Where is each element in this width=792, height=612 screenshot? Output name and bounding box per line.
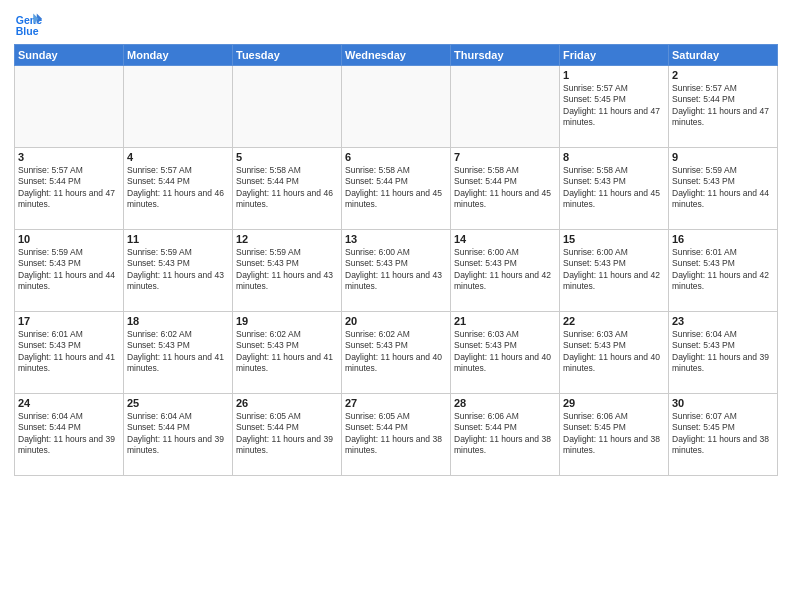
calendar-cell: 9Sunrise: 5:59 AM Sunset: 5:43 PM Daylig… bbox=[669, 148, 778, 230]
day-info: Sunrise: 5:59 AM Sunset: 5:43 PM Dayligh… bbox=[127, 247, 229, 293]
calendar-cell: 13Sunrise: 6:00 AM Sunset: 5:43 PM Dayli… bbox=[342, 230, 451, 312]
calendar-cell bbox=[451, 66, 560, 148]
calendar-week-1: 1Sunrise: 5:57 AM Sunset: 5:45 PM Daylig… bbox=[15, 66, 778, 148]
calendar-cell: 7Sunrise: 5:58 AM Sunset: 5:44 PM Daylig… bbox=[451, 148, 560, 230]
calendar-cell: 17Sunrise: 6:01 AM Sunset: 5:43 PM Dayli… bbox=[15, 312, 124, 394]
calendar-cell: 4Sunrise: 5:57 AM Sunset: 5:44 PM Daylig… bbox=[124, 148, 233, 230]
day-number: 25 bbox=[127, 397, 229, 409]
day-info: Sunrise: 6:05 AM Sunset: 5:44 PM Dayligh… bbox=[236, 411, 338, 457]
day-number: 2 bbox=[672, 69, 774, 81]
day-number: 23 bbox=[672, 315, 774, 327]
day-info: Sunrise: 6:01 AM Sunset: 5:43 PM Dayligh… bbox=[672, 247, 774, 293]
day-number: 4 bbox=[127, 151, 229, 163]
day-number: 1 bbox=[563, 69, 665, 81]
day-info: Sunrise: 6:04 AM Sunset: 5:44 PM Dayligh… bbox=[127, 411, 229, 457]
calendar-cell bbox=[342, 66, 451, 148]
calendar-cell: 20Sunrise: 6:02 AM Sunset: 5:43 PM Dayli… bbox=[342, 312, 451, 394]
calendar-cell: 1Sunrise: 5:57 AM Sunset: 5:45 PM Daylig… bbox=[560, 66, 669, 148]
day-info: Sunrise: 5:58 AM Sunset: 5:44 PM Dayligh… bbox=[345, 165, 447, 211]
calendar-cell: 12Sunrise: 5:59 AM Sunset: 5:43 PM Dayli… bbox=[233, 230, 342, 312]
weekday-header-row: SundayMondayTuesdayWednesdayThursdayFrid… bbox=[15, 45, 778, 66]
day-info: Sunrise: 5:58 AM Sunset: 5:44 PM Dayligh… bbox=[454, 165, 556, 211]
day-info: Sunrise: 6:00 AM Sunset: 5:43 PM Dayligh… bbox=[563, 247, 665, 293]
day-info: Sunrise: 5:57 AM Sunset: 5:45 PM Dayligh… bbox=[563, 83, 665, 129]
calendar-cell: 28Sunrise: 6:06 AM Sunset: 5:44 PM Dayli… bbox=[451, 394, 560, 476]
calendar-cell: 11Sunrise: 5:59 AM Sunset: 5:43 PM Dayli… bbox=[124, 230, 233, 312]
day-info: Sunrise: 5:57 AM Sunset: 5:44 PM Dayligh… bbox=[672, 83, 774, 129]
day-number: 26 bbox=[236, 397, 338, 409]
day-number: 20 bbox=[345, 315, 447, 327]
day-number: 10 bbox=[18, 233, 120, 245]
calendar-cell: 19Sunrise: 6:02 AM Sunset: 5:43 PM Dayli… bbox=[233, 312, 342, 394]
day-number: 11 bbox=[127, 233, 229, 245]
day-number: 13 bbox=[345, 233, 447, 245]
day-number: 27 bbox=[345, 397, 447, 409]
calendar-cell: 2Sunrise: 5:57 AM Sunset: 5:44 PM Daylig… bbox=[669, 66, 778, 148]
day-number: 29 bbox=[563, 397, 665, 409]
calendar-cell: 24Sunrise: 6:04 AM Sunset: 5:44 PM Dayli… bbox=[15, 394, 124, 476]
calendar-cell: 10Sunrise: 5:59 AM Sunset: 5:43 PM Dayli… bbox=[15, 230, 124, 312]
weekday-header-sunday: Sunday bbox=[15, 45, 124, 66]
calendar-week-3: 10Sunrise: 5:59 AM Sunset: 5:43 PM Dayli… bbox=[15, 230, 778, 312]
day-info: Sunrise: 6:03 AM Sunset: 5:43 PM Dayligh… bbox=[454, 329, 556, 375]
calendar-cell: 21Sunrise: 6:03 AM Sunset: 5:43 PM Dayli… bbox=[451, 312, 560, 394]
day-number: 15 bbox=[563, 233, 665, 245]
day-info: Sunrise: 6:02 AM Sunset: 5:43 PM Dayligh… bbox=[127, 329, 229, 375]
day-info: Sunrise: 6:02 AM Sunset: 5:43 PM Dayligh… bbox=[345, 329, 447, 375]
logo: General Blue bbox=[14, 10, 46, 38]
header: General Blue bbox=[14, 10, 778, 38]
calendar-cell: 26Sunrise: 6:05 AM Sunset: 5:44 PM Dayli… bbox=[233, 394, 342, 476]
day-number: 21 bbox=[454, 315, 556, 327]
day-number: 28 bbox=[454, 397, 556, 409]
day-number: 30 bbox=[672, 397, 774, 409]
day-info: Sunrise: 5:58 AM Sunset: 5:43 PM Dayligh… bbox=[563, 165, 665, 211]
calendar-week-4: 17Sunrise: 6:01 AM Sunset: 5:43 PM Dayli… bbox=[15, 312, 778, 394]
weekday-header-friday: Friday bbox=[560, 45, 669, 66]
day-info: Sunrise: 6:00 AM Sunset: 5:43 PM Dayligh… bbox=[454, 247, 556, 293]
day-number: 17 bbox=[18, 315, 120, 327]
day-info: Sunrise: 6:03 AM Sunset: 5:43 PM Dayligh… bbox=[563, 329, 665, 375]
weekday-header-monday: Monday bbox=[124, 45, 233, 66]
day-number: 19 bbox=[236, 315, 338, 327]
weekday-header-thursday: Thursday bbox=[451, 45, 560, 66]
day-info: Sunrise: 6:06 AM Sunset: 5:45 PM Dayligh… bbox=[563, 411, 665, 457]
calendar-cell: 16Sunrise: 6:01 AM Sunset: 5:43 PM Dayli… bbox=[669, 230, 778, 312]
day-info: Sunrise: 6:05 AM Sunset: 5:44 PM Dayligh… bbox=[345, 411, 447, 457]
calendar-cell bbox=[233, 66, 342, 148]
calendar-cell: 14Sunrise: 6:00 AM Sunset: 5:43 PM Dayli… bbox=[451, 230, 560, 312]
day-info: Sunrise: 6:00 AM Sunset: 5:43 PM Dayligh… bbox=[345, 247, 447, 293]
day-info: Sunrise: 6:06 AM Sunset: 5:44 PM Dayligh… bbox=[454, 411, 556, 457]
calendar-cell: 30Sunrise: 6:07 AM Sunset: 5:45 PM Dayli… bbox=[669, 394, 778, 476]
day-info: Sunrise: 5:59 AM Sunset: 5:43 PM Dayligh… bbox=[672, 165, 774, 211]
calendar-cell: 8Sunrise: 5:58 AM Sunset: 5:43 PM Daylig… bbox=[560, 148, 669, 230]
day-info: Sunrise: 5:57 AM Sunset: 5:44 PM Dayligh… bbox=[18, 165, 120, 211]
calendar-cell: 27Sunrise: 6:05 AM Sunset: 5:44 PM Dayli… bbox=[342, 394, 451, 476]
svg-text:Blue: Blue bbox=[16, 25, 39, 37]
day-info: Sunrise: 5:58 AM Sunset: 5:44 PM Dayligh… bbox=[236, 165, 338, 211]
calendar-table: SundayMondayTuesdayWednesdayThursdayFrid… bbox=[14, 44, 778, 476]
day-info: Sunrise: 6:02 AM Sunset: 5:43 PM Dayligh… bbox=[236, 329, 338, 375]
day-info: Sunrise: 5:59 AM Sunset: 5:43 PM Dayligh… bbox=[236, 247, 338, 293]
calendar-cell: 25Sunrise: 6:04 AM Sunset: 5:44 PM Dayli… bbox=[124, 394, 233, 476]
day-number: 16 bbox=[672, 233, 774, 245]
day-number: 9 bbox=[672, 151, 774, 163]
calendar-cell: 29Sunrise: 6:06 AM Sunset: 5:45 PM Dayli… bbox=[560, 394, 669, 476]
weekday-header-saturday: Saturday bbox=[669, 45, 778, 66]
calendar-cell: 18Sunrise: 6:02 AM Sunset: 5:43 PM Dayli… bbox=[124, 312, 233, 394]
day-number: 14 bbox=[454, 233, 556, 245]
day-number: 6 bbox=[345, 151, 447, 163]
day-info: Sunrise: 6:04 AM Sunset: 5:44 PM Dayligh… bbox=[18, 411, 120, 457]
calendar-cell: 3Sunrise: 5:57 AM Sunset: 5:44 PM Daylig… bbox=[15, 148, 124, 230]
weekday-header-wednesday: Wednesday bbox=[342, 45, 451, 66]
day-number: 22 bbox=[563, 315, 665, 327]
calendar-cell: 15Sunrise: 6:00 AM Sunset: 5:43 PM Dayli… bbox=[560, 230, 669, 312]
day-info: Sunrise: 5:57 AM Sunset: 5:44 PM Dayligh… bbox=[127, 165, 229, 211]
day-number: 8 bbox=[563, 151, 665, 163]
day-number: 3 bbox=[18, 151, 120, 163]
weekday-header-tuesday: Tuesday bbox=[233, 45, 342, 66]
day-number: 12 bbox=[236, 233, 338, 245]
day-number: 7 bbox=[454, 151, 556, 163]
calendar-week-5: 24Sunrise: 6:04 AM Sunset: 5:44 PM Dayli… bbox=[15, 394, 778, 476]
day-info: Sunrise: 5:59 AM Sunset: 5:43 PM Dayligh… bbox=[18, 247, 120, 293]
day-info: Sunrise: 6:04 AM Sunset: 5:43 PM Dayligh… bbox=[672, 329, 774, 375]
